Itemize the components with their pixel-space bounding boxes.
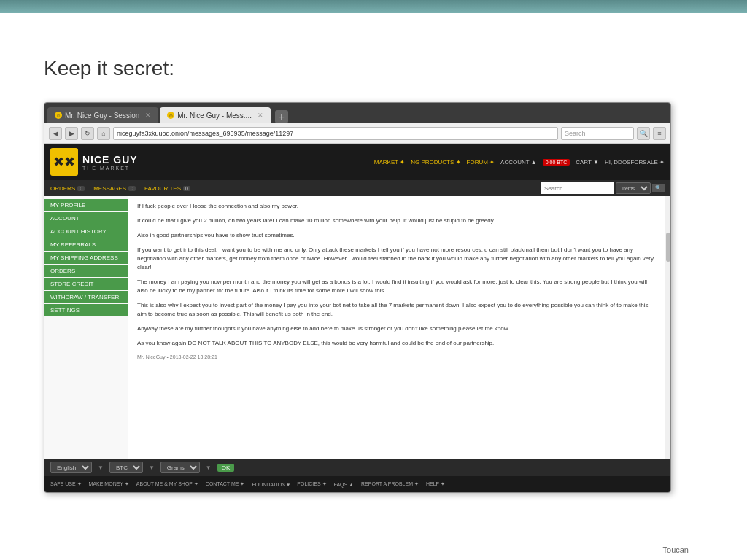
- tab-close-session[interactable]: ✕: [145, 112, 151, 119]
- message-area: If I fuck people over I loose the connec…: [128, 196, 670, 459]
- logo-icon: ✖✖: [50, 148, 78, 176]
- browser-tab-bar: ☺ Mr. Nice Guy - Session ✕ ☺ Mr. Nice Gu…: [44, 103, 670, 123]
- back-button[interactable]: ◀: [49, 127, 62, 140]
- ok-button[interactable]: OK: [217, 464, 235, 472]
- sidebar-withdraw[interactable]: WITHDRAW / TRANSFER: [44, 291, 128, 303]
- message-para-2: It could be that I give you 2 million, o…: [137, 217, 656, 225]
- separator-3: ▼: [206, 464, 212, 471]
- currency-select[interactable]: BTC: [109, 462, 143, 473]
- orders-badge: 0: [77, 186, 85, 191]
- sidebar-shipping-address[interactable]: MY SHIPPING ADDRESS: [44, 252, 128, 264]
- nav-user[interactable]: HI, DDOSFORSALE ✦: [605, 159, 665, 166]
- site-header: ✖✖ NICE GUY THE MARKET MARKET ✦ NG PRODU…: [44, 144, 670, 180]
- message-para-5: The money I am paying you now per month …: [137, 278, 656, 295]
- footer-make-money[interactable]: MAKE MONEY ✦: [89, 481, 129, 487]
- tab-label-messages: Mr. Nice Guy - Mess....: [177, 112, 252, 120]
- site-search-input[interactable]: [541, 182, 614, 194]
- message-para-3: Also in good partnerships you have to sh…: [137, 231, 656, 240]
- favourites-nav[interactable]: FAVOURITES 0: [144, 185, 190, 192]
- sidebar-my-referrals[interactable]: MY REFERRALS: [44, 238, 128, 251]
- nav-products[interactable]: NG PRODUCTS ✦: [411, 159, 460, 166]
- tab-label-session: Mr. Nice Guy - Session: [65, 112, 139, 120]
- sidebar-account[interactable]: ACCOUNT: [44, 212, 128, 225]
- sidebar-settings[interactable]: SETTINGS: [44, 304, 128, 316]
- sidebar-account-history[interactable]: ACCOUNT HISTORY: [44, 225, 128, 238]
- nav-forum[interactable]: FORUM ✦: [467, 159, 495, 166]
- message-text: If I fuck people over I loose the connec…: [128, 196, 665, 459]
- page-label: Toucan: [663, 545, 689, 554]
- message-timestamp: Mr. NiceGuy • 2013-02-22 13:28:21: [137, 354, 656, 362]
- new-tab-button[interactable]: +: [275, 110, 288, 123]
- tab-messages[interactable]: ☺ Mr. Nice Guy - Mess.... ✕: [160, 107, 271, 123]
- footer-contact[interactable]: CONTACT ME ✦: [206, 481, 245, 487]
- site-logo: ✖✖ NICE GUY THE MARKET: [50, 148, 138, 176]
- footer-policies[interactable]: POLICIES ✦: [297, 481, 326, 487]
- items-select[interactable]: Items: [616, 182, 651, 194]
- scrollbar[interactable]: [665, 196, 670, 459]
- language-select[interactable]: English: [50, 462, 92, 473]
- message-para-1: If I fuck people over I loose the connec…: [137, 202, 656, 211]
- site-search-button[interactable]: 🔍: [652, 184, 665, 192]
- search-button[interactable]: 🔍: [637, 127, 650, 140]
- search-bar[interactable]: Search: [561, 127, 634, 140]
- slide-title: Keep it secret:: [44, 57, 174, 80]
- browser-toolbar: ◀ ▶ ↻ ⌂ niceguyfa3xkuuoq.onion/messages_…: [44, 123, 670, 144]
- sidebar-store-credit[interactable]: STORE CREDIT: [44, 278, 128, 290]
- message-para-4: If you want to get into this deal, I wan…: [137, 246, 656, 272]
- footer-faqs[interactable]: FAQS ▲: [334, 482, 355, 487]
- logo-subtitle: THE MARKET: [82, 166, 138, 171]
- footer-foundation[interactable]: FOUNDATION ♥: [252, 482, 290, 487]
- home-button[interactable]: ⌂: [97, 127, 110, 140]
- messages-badge: 0: [128, 186, 136, 191]
- tab-favicon: ☺: [55, 112, 62, 119]
- sidebar-my-profile[interactable]: MY PROFILE: [44, 199, 128, 211]
- bottom-controls-bar: English ▼ BTC ▼ Grams ▼ OK: [44, 459, 670, 476]
- footer-safe-use[interactable]: SAFE USE ✦: [50, 481, 82, 487]
- messages-nav[interactable]: MESSAGES 0: [93, 185, 136, 192]
- address-bar[interactable]: niceguyfa3xkuuoq.onion/messages_693935/m…: [113, 127, 558, 140]
- separator-2: ▼: [149, 464, 155, 471]
- footer-help[interactable]: HELP ✦: [426, 481, 445, 487]
- nav-market[interactable]: MARKET ✦: [374, 159, 405, 166]
- sidebar-orders[interactable]: ORDERS: [44, 265, 128, 277]
- tab-session[interactable]: ☺ Mr. Nice Guy - Session ✕: [47, 107, 158, 123]
- browser-screenshot: ☺ Mr. Nice Guy - Session ✕ ☺ Mr. Nice Gu…: [44, 102, 671, 493]
- scrollbar-thumb[interactable]: [666, 233, 670, 262]
- nav-account[interactable]: ACCOUNT ▲: [500, 159, 537, 166]
- secondary-nav-bar: ORDERS 0 MESSAGES 0 FAVOURITES 0 Items 🔍: [44, 180, 670, 196]
- separator-1: ▼: [98, 464, 104, 471]
- top-decorative-bar: [0, 0, 747, 13]
- site-footer: SAFE USE ✦ MAKE MONEY ✦ ABOUT ME & MY SH…: [44, 476, 670, 492]
- logo-text-group: NICE GUY THE MARKET: [82, 154, 138, 171]
- footer-about[interactable]: ABOUT ME & MY SHOP ✦: [136, 481, 198, 487]
- reload-button[interactable]: ↻: [81, 127, 94, 140]
- main-content: MY PROFILE ACCOUNT ACCOUNT HISTORY MY RE…: [44, 196, 670, 459]
- logo-name: NICE GUY: [82, 154, 138, 166]
- sidebar: MY PROFILE ACCOUNT ACCOUNT HISTORY MY RE…: [44, 196, 128, 459]
- btc-badge[interactable]: 0.00 BTC: [543, 159, 570, 166]
- message-para-8: As you know again DO NOT TALK ABOUT THIS…: [137, 339, 656, 348]
- unit-select[interactable]: Grams: [160, 462, 200, 473]
- address-text: niceguyfa3xkuuoq.onion/messages_693935/m…: [117, 130, 293, 137]
- favourites-badge: 0: [183, 186, 190, 191]
- message-para-6: This is also why I expect you to invest …: [137, 301, 656, 319]
- site-nav: MARKET ✦ NG PRODUCTS ✦ FORUM ✦ ACCOUNT ▲…: [374, 159, 665, 166]
- tab-close-messages[interactable]: ✕: [258, 112, 263, 119]
- message-para-7: Anyway these are my further thoughts if …: [137, 324, 656, 333]
- tab-favicon-active: ☺: [167, 112, 174, 119]
- orders-nav[interactable]: ORDERS 0: [50, 185, 85, 192]
- slide-content: Keep it secret: ☺ Mr. Nice Guy - Session…: [0, 13, 747, 560]
- search-placeholder: Search: [565, 130, 586, 137]
- menu-button[interactable]: ≡: [653, 127, 666, 140]
- footer-report[interactable]: REPORT A PROBLEM ✦: [361, 481, 419, 487]
- nav-cart[interactable]: CART ▼: [576, 159, 599, 166]
- forward-button[interactable]: ▶: [65, 127, 78, 140]
